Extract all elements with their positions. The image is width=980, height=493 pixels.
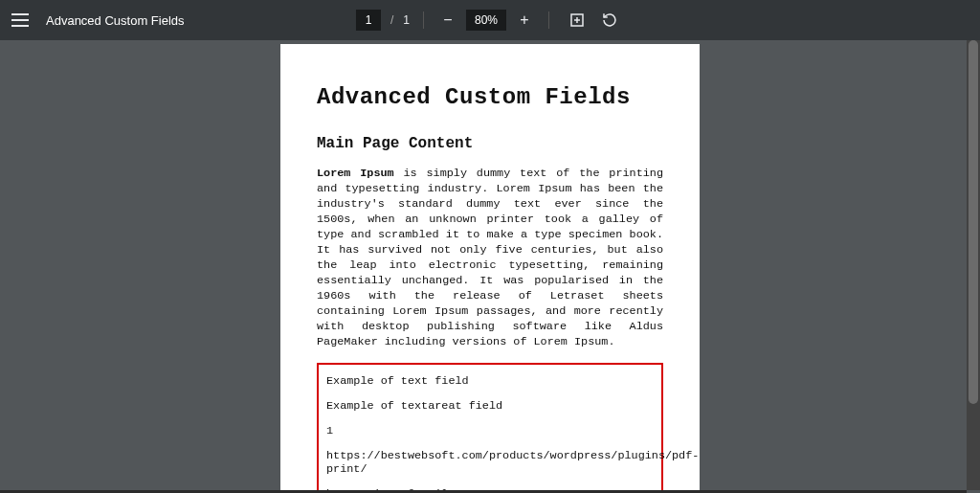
page-subheading: Main Page Content (317, 135, 663, 152)
toolbar-divider (423, 11, 424, 29)
field-url: https://bestwebsoft.com/products/wordpre… (326, 449, 654, 476)
paragraph-lead: Lorem Ipsum (317, 167, 394, 180)
zoom-in-button[interactable]: + (514, 10, 535, 31)
pdf-page: Advanced Custom Fields Main Page Content… (280, 44, 700, 493)
rotate-icon[interactable] (599, 10, 620, 31)
zoom-level-display[interactable]: 80% (466, 10, 506, 31)
vertical-scrollbar[interactable] (967, 40, 980, 490)
pdf-viewer[interactable]: Advanced Custom Fields Main Page Content… (0, 40, 980, 493)
toolbar-divider (548, 11, 549, 29)
field-number: 1 (326, 424, 654, 437)
document-title: Advanced Custom Fields (46, 13, 185, 28)
page-number-input[interactable]: 1 (356, 10, 381, 31)
toolbar-center-controls: 1 / 1 − 80% + (356, 10, 624, 31)
scrollbar-thumb[interactable] (969, 40, 978, 404)
zoom-out-button[interactable]: − (437, 10, 458, 31)
custom-fields-box: Example of text field Example of textare… (317, 363, 663, 493)
paragraph-body: is simply dummy text of the printing and… (317, 167, 663, 348)
page-total: 1 (403, 13, 410, 27)
field-text: Example of text field (326, 374, 654, 388)
pdf-toolbar: Advanced Custom Fields 1 / 1 − 80% + (0, 0, 980, 40)
hamburger-menu-icon[interactable] (11, 13, 29, 27)
field-textarea: Example of textareat field (326, 399, 654, 413)
page-paragraph: Lorem Ipsum is simply dummy text of the … (317, 166, 663, 349)
page-separator: / (390, 13, 393, 27)
page-heading: Advanced Custom Fields (317, 84, 663, 110)
fit-to-page-icon[interactable] (567, 10, 588, 31)
